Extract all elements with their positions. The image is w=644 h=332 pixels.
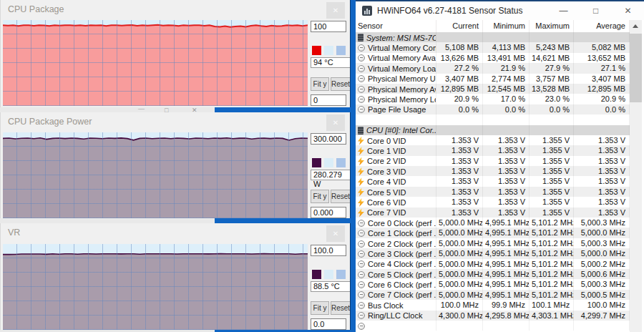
- sensor-row[interactable]: Core 6 Clock (perf ...5,000.0 MHz4,995.1…: [356, 279, 630, 289]
- gauge-icon: [358, 96, 365, 103]
- sensor-group-row[interactable]: System: MSI MS-7C73: [356, 32, 630, 42]
- scrollbar-thumb[interactable]: [630, 34, 642, 102]
- sensor-row[interactable]: Core 1 Clock (perf ...5,000.0 MHz4,995.1…: [356, 228, 630, 238]
- minimize-icon[interactable]: —: [138, 107, 145, 112]
- sensor-row[interactable]: Bus Clock100.0 MHz99.9 MHz100.1 MHz100.0…: [356, 300, 630, 310]
- graph-window-titlebar[interactable]: CPU Package✕: [1, 0, 351, 20]
- sensor-row[interactable]: Core 4 Clock (perf ...5,000.0 MHz4,995.1…: [356, 259, 630, 269]
- window-border-accent: [215, 218, 356, 223]
- y-max-input[interactable]: [311, 21, 346, 32]
- average-value: 5,000.0 MHz: [574, 248, 630, 258]
- maximize-icon[interactable]: □: [165, 107, 168, 112]
- fit-y-button[interactable]: Fit y: [311, 77, 329, 91]
- current-value: [436, 321, 483, 331]
- series-color-swatch[interactable]: [312, 46, 321, 55]
- sensor-window-titlebar[interactable]: HWiNFO64 v6.27-4181 Sensor Status — □ ✕: [356, 1, 644, 20]
- current-value: [436, 125, 483, 135]
- graph-window-titlebar[interactable]: CPU Package Power✕: [1, 112, 351, 132]
- fit-y-button[interactable]: Fit y: [311, 301, 329, 315]
- sensor-row[interactable]: Core 1 VID1.353 V1.353 V1.355 V1.353 V: [356, 145, 630, 155]
- sensor-name-cell: Physical Memory Av...: [356, 84, 436, 94]
- y-min-input[interactable]: [311, 207, 346, 218]
- sensor-row[interactable]: Core 3 Clock (perf ...5,000.0 MHz4,995.1…: [356, 248, 630, 258]
- average-value: 5,000.2 MHz: [574, 259, 630, 269]
- background-color-swatch[interactable]: [324, 158, 333, 167]
- graph-window: CPU Package✕94 °CFit yReset: [0, 0, 356, 107]
- sensor-row[interactable]: Physical Memory Av...12,895 MB12,545 MB1…: [356, 84, 630, 94]
- sensor-row[interactable]: Virtual Memory Com...5,108 MB4,113 MB5,2…: [356, 42, 630, 52]
- average-value: 5,082 MB: [574, 42, 630, 52]
- close-icon[interactable]: ✕: [326, 2, 345, 19]
- sensor-row[interactable]: Core 2 VID1.353 V1.353 V1.355 V1.353 V: [356, 156, 630, 166]
- current-value: 5,000.0 MHz: [436, 279, 483, 289]
- sensor-name: Core 3 VID: [367, 167, 406, 176]
- sensor-row[interactable]: Physical Memory Used3,407 MB2,774 MB3,75…: [356, 74, 630, 84]
- maximize-icon[interactable]: □: [580, 1, 612, 20]
- graph-side-panel: 280.279 WFit yReset: [308, 132, 351, 218]
- sensor-name-cell: Core 3 Clock (perf ...: [356, 248, 436, 258]
- background-color-swatch[interactable]: [324, 270, 333, 279]
- close-icon[interactable]: ✕: [326, 114, 345, 131]
- reset-button[interactable]: Reset: [331, 190, 351, 203]
- window-border-accent: [350, 223, 356, 332]
- vertical-scrollbar[interactable]: [630, 20, 642, 332]
- occluded-window-sliver: [0, 218, 356, 223]
- sensor-name: Core 5 VID: [367, 188, 406, 197]
- column-header-average[interactable]: Average: [574, 20, 630, 32]
- y-min-input[interactable]: [311, 94, 346, 106]
- grid-color-swatch[interactable]: [336, 158, 346, 167]
- close-icon[interactable]: ✕: [326, 225, 345, 242]
- voltage-bolt-icon: [358, 137, 364, 145]
- sensor-row[interactable]: Virtual Memory Load27.2 %21.9 %27.9 %27.…: [356, 63, 630, 73]
- sensor-row[interactable]: Ring/LLC Clock4,300.0 MHz4,295.8 MHz4,30…: [356, 311, 630, 321]
- sensor-row[interactable]: Core 7 Clock (perf ...5,000.0 MHz4,995.1…: [356, 290, 630, 300]
- maximum-value: 23.0 %: [530, 94, 574, 104]
- sensor-row[interactable]: Core 2 Clock (perf ...5,000.0 MHz4,995.1…: [356, 238, 630, 248]
- sensor-row[interactable]: Core 7 VID1.353 V1.353 V1.355 V1.353 V: [356, 208, 630, 218]
- close-icon[interactable]: ✕: [612, 1, 644, 20]
- sensor-row[interactable]: Core 6 VID1.353 V1.353 V1.355 V1.353 V: [356, 197, 630, 207]
- reset-button[interactable]: Reset: [331, 77, 351, 91]
- column-header-minimum[interactable]: Minimum: [483, 20, 530, 32]
- sensor-row[interactable]: Core 5 Clock (perf ...5,000.0 MHz4,995.1…: [356, 269, 630, 279]
- fit-y-button[interactable]: Fit y: [311, 190, 329, 203]
- sensor-row[interactable]: Virtual Memory Avai...13,626 MB13,491 MB…: [356, 53, 630, 63]
- y-max-input[interactable]: [311, 133, 346, 145]
- sensor-row[interactable]: Physical Memory Load20.9 %17.0 %23.0 %20…: [356, 94, 630, 104]
- column-header-maximum[interactable]: Maximum: [530, 20, 574, 32]
- sensor-window-title: HWiNFO64 v6.27-4181 Sensor Status: [377, 6, 522, 16]
- series-color-swatch[interactable]: [312, 270, 321, 279]
- sensor-row[interactable]: Core 4 VID1.353 V1.353 V1.355 V1.353 V: [356, 176, 630, 186]
- reset-button[interactable]: Reset: [331, 301, 351, 315]
- minimum-value: 1.353 V: [483, 135, 530, 145]
- graph-window-titlebar[interactable]: VR✕: [1, 223, 351, 243]
- sensor-group-row[interactable]: CPU [#0]: Intel Cor...: [356, 125, 630, 135]
- column-header-sensor[interactable]: Sensor: [356, 20, 436, 32]
- average-value: 1.353 V: [574, 208, 630, 218]
- sensor-row[interactable]: Page File Usage0.0 %0.0 %0.0 %0.0 %: [356, 104, 630, 114]
- minimize-icon[interactable]: —: [547, 1, 580, 20]
- grid-color-swatch[interactable]: [336, 270, 346, 279]
- maximum-value: 14,621 MB: [530, 53, 574, 63]
- y-min-input[interactable]: [311, 318, 346, 330]
- sensor-row[interactable]: Core 0 Clock (perf ...5,000.0 MHz4,995.1…: [356, 218, 630, 228]
- average-value: 0.0 %: [574, 104, 630, 114]
- sensor-row[interactable]: Core 3 VID1.353 V1.353 V1.355 V1.353 V: [356, 166, 630, 176]
- scroll-up-icon[interactable]: [630, 20, 642, 31]
- sensor-table-header: Sensor Current Minimum Maximum Average: [356, 20, 630, 32]
- maximum-value: 0.0 %: [530, 104, 574, 114]
- sensor-name: Virtual Memory Avai...: [368, 54, 436, 62]
- series-color-swatch[interactable]: [312, 158, 321, 167]
- background-color-swatch[interactable]: [324, 46, 333, 55]
- sensor-row[interactable]: Core 0 VID1.353 V1.353 V1.355 V1.353 V: [356, 135, 630, 145]
- close-icon[interactable]: ✕: [192, 107, 197, 112]
- sensor-name-cell: Physical Memory Used: [356, 74, 436, 84]
- grid-color-swatch[interactable]: [336, 46, 346, 55]
- average-value: 5,000.3 MHz: [574, 279, 630, 289]
- column-header-current[interactable]: Current: [436, 20, 483, 32]
- sensor-row[interactable]: Core 5 VID1.353 V1.353 V1.355 V1.353 V: [356, 187, 630, 197]
- sensor-row[interactable]: [356, 321, 630, 331]
- maximum-value: 5,101.2 MHz: [530, 269, 574, 279]
- current-value: 5,000.0 MHz: [436, 228, 483, 238]
- y-max-input[interactable]: [311, 245, 346, 256]
